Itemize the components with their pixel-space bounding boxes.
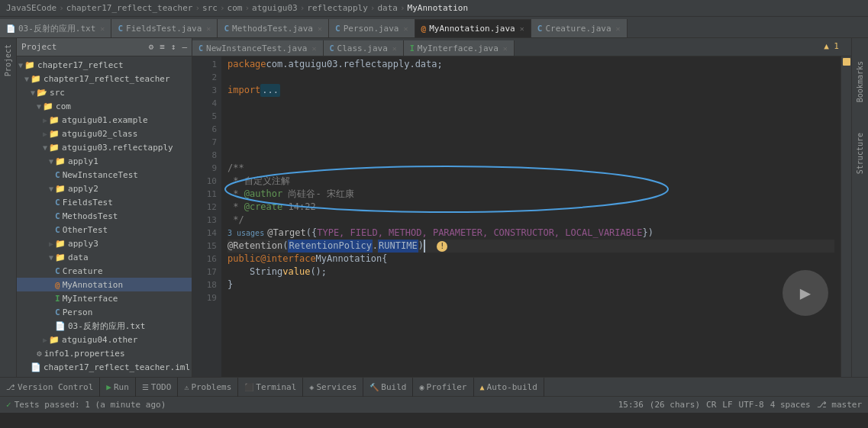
code-line-16: public @interface MyAnnotation { [227, 253, 834, 265]
tree-item-chapter17reflect[interactable]: ▼ 📁 chapter17_reflect [17, 58, 192, 72]
sort-icon[interactable]: ↕ [171, 42, 176, 52]
code-line-11: * @author 尚硅谷- 宋红康 [227, 188, 834, 201]
close-icon[interactable]: ✕ [503, 44, 508, 53]
status-left: ✓ Tests passed: 1 (a minute ago) [6, 400, 166, 410]
java-icon: C [330, 44, 334, 53]
run-tab[interactable]: ▶ Run [100, 378, 136, 397]
tree-item-atguigu01[interactable]: ▶ 📁 atguigu01.example [17, 113, 192, 127]
editor-area[interactable]: 12345 678910 1112131415 16171819 package… [192, 56, 851, 377]
panel-title: Project [21, 42, 146, 52]
close-icon[interactable]: ✕ [100, 24, 105, 33]
build-icon: 🔨 [369, 383, 379, 391]
tab-methodstest[interactable]: C MethodsTest.java ✕ [218, 19, 329, 37]
tab-fieldstest[interactable]: C FieldsTest.java ✕ [111, 19, 218, 37]
services-tab[interactable]: ◈ Services [303, 378, 363, 397]
indent-spaces[interactable]: 4 spaces [770, 400, 811, 410]
tree-item-com[interactable]: ▼ 📁 com [17, 99, 192, 113]
align-icon[interactable]: ≡ [160, 42, 165, 52]
todo-icon: ☰ [142, 383, 149, 391]
time-display: 15:36 [618, 400, 644, 410]
close-icon[interactable]: ✕ [392, 44, 397, 53]
code-line-7 [227, 136, 834, 149]
tab-myannotation[interactable]: @ MyAnnotation.java ✕ [415, 19, 531, 37]
close-icon[interactable]: ✕ [206, 24, 211, 33]
warning-badge: ▲ 1 [824, 41, 839, 51]
tree-item-atguigu03[interactable]: ▼ 📁 atguigu03.reflectapply [17, 140, 192, 154]
code-line-12: * @create 14:22 [227, 201, 834, 214]
tree-item-apply2[interactable]: ▼ 📁 apply2 [17, 182, 192, 195]
tree-item-methodstest[interactable]: C MethodsTest [17, 209, 192, 223]
tree-item-creature[interactable]: C Creature [17, 264, 192, 278]
breadcrumb: JavaSECode› chapter17_reflect_teacher› s… [0, 0, 868, 17]
structure-tab[interactable]: Structure [856, 133, 864, 174]
close-icon[interactable]: ✕ [318, 24, 322, 33]
problems-tab[interactable]: ⚠ Problems [178, 378, 238, 397]
code-line-14: 3 usages @Target({TYPE, FIELD, METHOD, P… [227, 227, 834, 240]
tree-item-info1[interactable]: ⚙ info1.properties [17, 346, 192, 360]
side-tabs: Bookmarks Structure [851, 38, 868, 377]
tree-item-myinterface[interactable]: I MyInterface [17, 291, 192, 305]
profiler-tab[interactable]: ◉ Profiler [413, 378, 473, 397]
tree-item-myannotation[interactable]: @ MyAnnotation [17, 278, 192, 291]
code-line-17: String value(); [227, 265, 834, 278]
tree-item-atguigu04[interactable]: ▶ 📁 atguigu04.other [17, 333, 192, 346]
tab-myinterface[interactable]: I MyInterface.java ✕ [404, 40, 515, 56]
close-icon[interactable]: ✕ [520, 24, 524, 33]
tree-item-newinstancetest[interactable]: C NewInstanceTest [17, 168, 192, 182]
txt-icon: 📄 [6, 24, 15, 33]
java-icon: C [198, 44, 203, 53]
tree-item-apply3[interactable]: ▶ 📁 apply3 [17, 237, 192, 250]
tree-item-atguigu02[interactable]: ▶ 📁 atguigu02_class [17, 127, 192, 140]
project-sidebar-tab[interactable]: Project [4, 44, 12, 76]
bookmarks-tab[interactable]: Bookmarks [856, 61, 864, 102]
code-editor: C NewInstanceTest.java ✕ C Class.java ✕ … [192, 38, 851, 377]
code-line-13: */ [227, 214, 834, 227]
code-line-5 [227, 110, 834, 123]
profiler-icon: ◉ [419, 383, 424, 391]
chars-display: (26 chars) [650, 400, 700, 410]
tree-item-chapter17teacher[interactable]: ▼ 📁 chapter17_reflect_teacher [17, 72, 192, 85]
encoding-cr[interactable]: CR [706, 400, 716, 410]
collapse-icon[interactable]: – [182, 42, 187, 52]
tree-item-infoprop[interactable]: ⚙ info.properties [17, 374, 192, 377]
close-icon[interactable]: ✕ [311, 44, 316, 53]
tree-item-src[interactable]: ▼ 📂 src [17, 85, 192, 99]
code-line-1: package com.atguigu03.reflectapply.data; [227, 58, 834, 71]
code-content[interactable]: package com.atguigu03.reflectapply.data;… [221, 56, 841, 377]
problems-icon: ⚠ [184, 383, 189, 391]
tree-item-othertest[interactable]: C OtherTest [17, 223, 192, 237]
todo-tab[interactable]: ☰ TODO [136, 378, 179, 397]
auto-build-tab[interactable]: ▲ Auto-build [474, 378, 544, 397]
tree-item-apply1[interactable]: ▼ 📁 apply1 [17, 154, 192, 168]
tree-item-iml[interactable]: 📄 chapter17_reflect_teacher.iml [17, 360, 192, 374]
java-icon: C [537, 24, 543, 34]
interface-icon: I [410, 44, 415, 53]
code-line-6 [227, 123, 834, 136]
tab-creature[interactable]: C Creature.java ✕ [531, 19, 628, 37]
tab-03txt[interactable]: 📄 03-反射的应用.txt ✕ [0, 19, 111, 37]
encoding-lf[interactable]: LF [722, 400, 732, 410]
tree-item-person[interactable]: C Person [17, 305, 192, 319]
code-line-10: * 自定义注解 [227, 175, 834, 188]
encoding-utf8[interactable]: UTF-8 [739, 400, 764, 410]
code-line-15: @Retention(RetentionPolicy.RUNTIME) ! [227, 240, 834, 253]
gear-icon[interactable]: ⚙ [149, 42, 154, 52]
build-tab[interactable]: 🔨 Build [363, 378, 413, 397]
editor-tabs-row2: C NewInstanceTest.java ✕ C Class.java ✕ … [192, 38, 851, 56]
code-line-9: /** [227, 162, 834, 175]
tab-newinstancetest[interactable]: C NewInstanceTest.java ✕ [192, 40, 324, 56]
tree-item-data[interactable]: ▼ 📁 data [17, 250, 192, 264]
java-icon: C [335, 24, 340, 34]
terminal-tab[interactable]: ⬛ Terminal [238, 378, 303, 397]
tab-person[interactable]: C Person.java ✕ [329, 19, 415, 37]
watermark-play: ▶ [782, 270, 828, 316]
code-line-8 [227, 149, 834, 162]
check-icon: ✓ [6, 400, 11, 410]
tree-item-03txt[interactable]: 📄 03-反射的应用.txt [17, 319, 192, 333]
close-icon[interactable]: ✕ [616, 24, 621, 33]
tree-item-fieldstest[interactable]: C FieldsTest [17, 195, 192, 209]
tab-class[interactable]: C Class.java ✕ [324, 40, 404, 56]
version-control-tab[interactable]: ⎇ Version Control [0, 378, 100, 397]
line-numbers: 12345 678910 1112131415 16171819 [192, 56, 221, 377]
close-icon[interactable]: ✕ [404, 24, 408, 33]
